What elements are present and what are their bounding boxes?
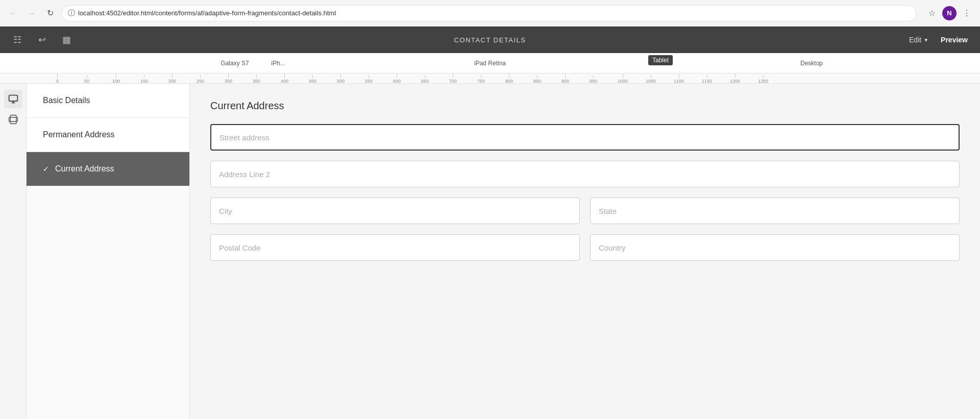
device-labels: Galaxy S7 iPh... iPad Retina Desktop Tab… xyxy=(0,53,980,73)
desktop-view-button[interactable] xyxy=(4,90,22,108)
ruler-mark-750: 750 xyxy=(477,75,485,84)
street-address-input[interactable] xyxy=(210,124,960,151)
edit-button[interactable]: Edit ▼ xyxy=(905,33,933,47)
postal-country-row xyxy=(210,234,960,261)
ruler-mark-700: 700 xyxy=(449,73,457,84)
sidebar-item-basic-details[interactable]: Basic Details xyxy=(27,84,189,118)
dashboard-icon-button[interactable]: ☷ xyxy=(8,31,27,49)
section-title: Current Address xyxy=(210,100,960,112)
ruler-mark-300: 300 xyxy=(225,73,232,84)
tablet-tooltip: Tablet xyxy=(648,55,673,65)
state-input[interactable] xyxy=(590,198,960,224)
back-button[interactable]: ← xyxy=(6,6,20,20)
menu-button[interactable]: ⋮ xyxy=(960,6,974,20)
star-button[interactable]: ☆ xyxy=(925,6,939,20)
sidebar-item-permanent-address-label: Permanent Address xyxy=(43,130,115,139)
svg-rect-0 xyxy=(9,95,17,102)
ruler-mark-400: 400 xyxy=(281,73,288,84)
ruler-mark-550: 550 xyxy=(365,75,373,84)
url-text: localhost:4502/editor.html/content/forms… xyxy=(78,9,910,17)
desktop-label[interactable]: Desktop xyxy=(800,60,823,67)
sidebar-item-permanent-address[interactable]: Permanent Address xyxy=(27,118,189,152)
address-line2-input[interactable] xyxy=(210,161,960,187)
ruler-mark-1050: 1050 xyxy=(646,75,656,84)
country-input[interactable] xyxy=(590,234,960,261)
undo-button[interactable]: ↩ xyxy=(33,31,51,49)
address-bar[interactable]: ⓘ localhost:4502/editor.html/content/for… xyxy=(61,5,917,21)
ruler-mark-50: 50 xyxy=(84,75,89,84)
city-input[interactable] xyxy=(210,198,580,224)
chevron-down-icon: ▼ xyxy=(923,37,928,43)
app-title: CONTACT DETAILS xyxy=(454,36,526,44)
device-toolbar: Galaxy S7 iPh... iPad Retina Desktop Tab… xyxy=(0,53,980,73)
ruler-mark-500: 500 xyxy=(337,73,345,84)
ruler-mark-0: 0 xyxy=(56,73,59,84)
forward-button[interactable]: → xyxy=(24,6,39,20)
sidebar-item-basic-details-label: Basic Details xyxy=(43,96,90,105)
browser-actions: ☆ N ⋮ xyxy=(925,6,974,20)
preview-button[interactable]: Preview xyxy=(937,33,972,47)
sidebar: Basic Details Permanent Address ✓ Curren… xyxy=(27,84,190,419)
sidebar-item-current-address[interactable]: ✓ Current Address xyxy=(27,152,189,186)
ruler-mark-200: 200 xyxy=(168,73,176,84)
ruler-mark-1250: 1250 xyxy=(758,75,768,84)
ruler-mark-900: 900 xyxy=(561,73,569,84)
reload-button[interactable]: ↻ xyxy=(43,6,57,20)
city-state-row xyxy=(210,198,960,224)
ruler-mark-100: 100 xyxy=(112,73,120,84)
profile-avatar[interactable]: N xyxy=(942,6,957,20)
left-panel xyxy=(0,84,27,419)
ruler-mark-950: 950 xyxy=(590,75,597,84)
ruler-mark-800: 800 xyxy=(505,73,513,84)
ruler-mark-600: 600 xyxy=(393,73,401,84)
postal-code-input[interactable] xyxy=(210,234,580,261)
ruler-marks: 0 50 100 150 200 250 300 350 400 450 500… xyxy=(56,73,980,84)
iphone-label[interactable]: iPh... xyxy=(271,60,285,67)
ruler: 0 50 100 150 200 250 300 350 400 450 500… xyxy=(0,73,980,84)
galaxy-label[interactable]: Galaxy S7 xyxy=(220,60,249,67)
ruler-mark-250: 250 xyxy=(197,75,204,84)
ruler-mark-650: 650 xyxy=(421,75,429,84)
app-header: ☷ ↩ ▦ CONTACT DETAILS Edit ▼ Preview xyxy=(0,27,980,53)
info-icon: ⓘ xyxy=(68,9,75,18)
sidebar-item-current-address-label: Current Address xyxy=(55,164,114,174)
ruler-mark-1100: 1100 xyxy=(674,73,684,84)
svg-rect-1 xyxy=(10,115,16,124)
layers-button[interactable]: ▦ xyxy=(57,31,76,49)
main-area: Basic Details Permanent Address ✓ Curren… xyxy=(0,84,980,419)
ruler-mark-350: 350 xyxy=(253,75,260,84)
ruler-mark-1150: 1150 xyxy=(702,75,712,84)
responsive-view-button[interactable] xyxy=(4,110,22,129)
header-right: Edit ▼ Preview xyxy=(905,33,972,47)
ipad-label[interactable]: iPad Retina xyxy=(474,60,506,67)
check-icon: ✓ xyxy=(43,165,49,173)
ruler-mark-1000: 1000 xyxy=(618,73,628,84)
ruler-mark-450: 450 xyxy=(309,75,316,84)
content-area: Current Address xyxy=(190,84,980,419)
ruler-mark-1200: 1200 xyxy=(730,73,740,84)
ruler-mark-850: 850 xyxy=(533,75,541,84)
browser-chrome: ← → ↻ ⓘ localhost:4502/editor.html/conte… xyxy=(0,0,980,27)
ruler-mark-150: 150 xyxy=(140,75,148,84)
